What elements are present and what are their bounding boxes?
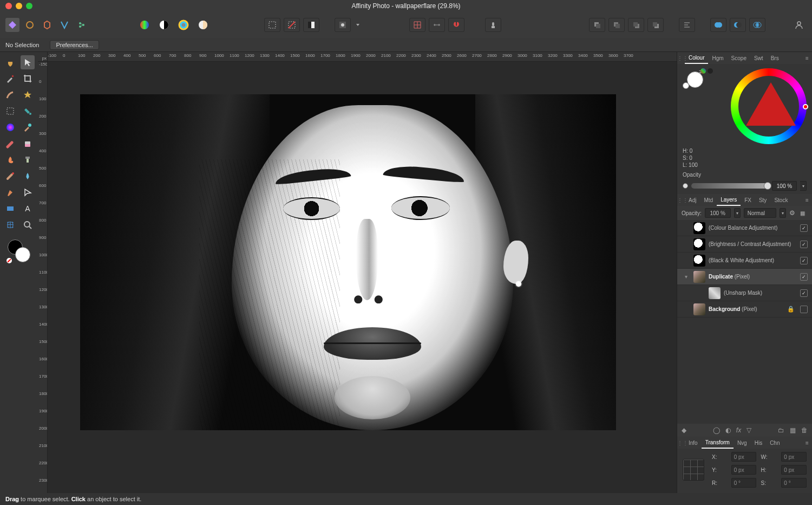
view-tool[interactable] bbox=[3, 55, 17, 69]
opacity-dropdown-icon[interactable]: ▾ bbox=[800, 181, 807, 191]
crop-tool[interactable] bbox=[21, 72, 35, 86]
opacity-value[interactable]: 100 % bbox=[772, 181, 797, 191]
tab-history[interactable]: His bbox=[751, 437, 766, 449]
mask-layer-icon[interactable]: ◯ bbox=[713, 426, 720, 434]
quick-mask-icon[interactable] bbox=[335, 18, 351, 32]
add-pixel-layer-icon[interactable]: ▦ bbox=[790, 426, 796, 434]
canvas[interactable] bbox=[48, 62, 677, 493]
auto-levels-icon[interactable] bbox=[136, 18, 153, 32]
layers-grid-icon[interactable]: ▦ bbox=[800, 210, 808, 216]
visibility-checkbox[interactable]: ✓ bbox=[800, 224, 808, 232]
liquify-persona-tab[interactable] bbox=[23, 18, 37, 32]
auto-white-balance-icon[interactable] bbox=[195, 18, 211, 32]
layers-opacity-dropdown-icon[interactable]: ▾ bbox=[734, 208, 741, 218]
snapping-icon[interactable] bbox=[448, 18, 464, 32]
delete-layer-icon[interactable]: 🗑 bbox=[801, 426, 808, 434]
picker-chip2-icon[interactable] bbox=[708, 68, 713, 74]
panel-colour-swatches[interactable]: ⇄ bbox=[683, 68, 710, 93]
inpainting-brush-tool[interactable] bbox=[3, 169, 17, 183]
paint-brush-tool[interactable] bbox=[21, 120, 35, 134]
visibility-checkbox[interactable]: ✓ bbox=[800, 289, 808, 297]
move-tool[interactable] bbox=[21, 55, 35, 69]
horizontal-ruler[interactable]: -100010020030040050060070080090010001100… bbox=[48, 52, 677, 62]
visibility-checkbox[interactable]: ✓ bbox=[800, 273, 808, 281]
assistant-icon[interactable] bbox=[485, 18, 501, 32]
flood-fill-tool[interactable] bbox=[21, 104, 35, 118]
tab-navigator[interactable]: Nvg bbox=[734, 437, 751, 449]
selection-brush-tool[interactable] bbox=[3, 88, 17, 102]
zoom-tool[interactable] bbox=[21, 218, 35, 232]
refine-selection-icon[interactable] bbox=[303, 18, 319, 32]
transform-w-field[interactable]: 0 px bbox=[781, 452, 807, 462]
gradient-tool[interactable] bbox=[3, 120, 17, 134]
transform-r-field[interactable]: 0 ° bbox=[731, 478, 757, 488]
move-forward-icon[interactable] bbox=[608, 18, 625, 32]
move-to-front-icon[interactable] bbox=[589, 18, 605, 32]
maximize-window-icon[interactable] bbox=[26, 3, 32, 9]
colour-wheel[interactable] bbox=[731, 68, 807, 144]
document-image[interactable] bbox=[80, 94, 616, 430]
auto-select-tool[interactable] bbox=[21, 88, 35, 102]
layer-row[interactable]: (Unsharp Mask)✓ bbox=[677, 285, 812, 301]
burn-tool[interactable] bbox=[3, 153, 17, 167]
auto-colours-icon[interactable] bbox=[175, 18, 192, 32]
move-to-back-icon[interactable] bbox=[647, 18, 664, 32]
preferences-button[interactable]: Preferences... bbox=[50, 40, 99, 50]
layers-opacity-value[interactable]: 100 % bbox=[705, 208, 731, 218]
pen-tool[interactable] bbox=[3, 185, 17, 199]
blur-tool[interactable] bbox=[21, 169, 35, 183]
panel-menu-icon[interactable]: ≡ bbox=[802, 197, 812, 203]
tab-brushes[interactable]: Brs bbox=[767, 52, 783, 64]
layer-fx-icon[interactable]: fx bbox=[736, 426, 741, 434]
quick-mask-dropdown-icon[interactable] bbox=[354, 18, 362, 32]
pin-icon[interactable]: ⋮⋮ bbox=[677, 55, 685, 61]
deselect-icon[interactable] bbox=[284, 18, 300, 32]
intersect-shapes-icon[interactable] bbox=[749, 18, 765, 32]
show-pixel-selection-icon[interactable] bbox=[264, 18, 280, 32]
colour-swatch-pair[interactable] bbox=[8, 239, 30, 262]
tab-metadata[interactable]: Mtd bbox=[700, 194, 717, 206]
transform-s-field[interactable]: 0 ° bbox=[781, 478, 807, 488]
close-window-icon[interactable] bbox=[5, 3, 12, 9]
account-icon[interactable] bbox=[791, 17, 807, 33]
tab-transform[interactable]: Transform bbox=[702, 437, 734, 449]
layers-list[interactable]: (Colour Balance Adjustment)✓(Brightness … bbox=[677, 220, 812, 424]
lock-icon[interactable]: 🔒 bbox=[787, 306, 795, 313]
layer-row[interactable]: ▾Duplicate (Pixel)✓ bbox=[677, 269, 812, 285]
layer-row[interactable]: Background (Pixel)🔒 bbox=[677, 301, 812, 318]
tab-colour[interactable]: Colour bbox=[685, 52, 708, 64]
pin-icon[interactable]: ⋮⋮ bbox=[677, 197, 685, 203]
tab-styles[interactable]: Sty bbox=[755, 194, 770, 206]
tab-layers[interactable]: Layers bbox=[717, 194, 741, 206]
photo-persona-tab[interactable] bbox=[5, 18, 19, 32]
transform-y-field[interactable]: 0 px bbox=[731, 465, 757, 475]
erase-brush-tool[interactable] bbox=[21, 137, 35, 151]
picker-chip-icon[interactable] bbox=[700, 68, 706, 74]
pin-icon[interactable]: ⋮⋮ bbox=[677, 440, 685, 446]
text-tool[interactable]: A bbox=[21, 202, 35, 216]
visibility-checkbox[interactable] bbox=[800, 306, 808, 313]
rectangle-tool[interactable] bbox=[3, 202, 17, 216]
transform-x-field[interactable]: 0 px bbox=[731, 452, 757, 462]
ruler-unit[interactable]: px bbox=[38, 52, 48, 62]
tab-channels[interactable]: Chn bbox=[766, 437, 783, 449]
tab-scope[interactable]: Scope bbox=[728, 52, 750, 64]
disclosure-icon[interactable]: ▾ bbox=[682, 274, 690, 280]
tab-swatches[interactable]: Swt bbox=[750, 52, 767, 64]
layer-row[interactable]: (Brightness / Contrast Adjustment)✓ bbox=[677, 236, 812, 252]
layer-row[interactable]: (Black & White Adjustment)✓ bbox=[677, 252, 812, 269]
panel-menu-icon[interactable]: ≡ bbox=[802, 55, 812, 61]
vertical-ruler[interactable]: -150010020030040050060070080090010001100… bbox=[38, 62, 48, 493]
transform-h-field[interactable]: 0 px bbox=[781, 465, 807, 475]
tab-stock[interactable]: Stock bbox=[770, 194, 791, 206]
group-layers-icon[interactable]: 🗀 bbox=[778, 426, 784, 434]
colour-picker-tool[interactable] bbox=[3, 72, 17, 86]
anchor-point-picker[interactable] bbox=[683, 459, 704, 481]
tab-info[interactable]: Info bbox=[685, 437, 702, 449]
move-backward-icon[interactable] bbox=[628, 18, 644, 32]
visibility-checkbox[interactable]: ✓ bbox=[800, 257, 808, 264]
opacity-slider[interactable] bbox=[691, 183, 769, 189]
layers-settings-icon[interactable]: ⚙ bbox=[789, 209, 797, 217]
tab-fx[interactable]: FX bbox=[741, 194, 755, 206]
marquee-tool[interactable] bbox=[3, 104, 17, 118]
